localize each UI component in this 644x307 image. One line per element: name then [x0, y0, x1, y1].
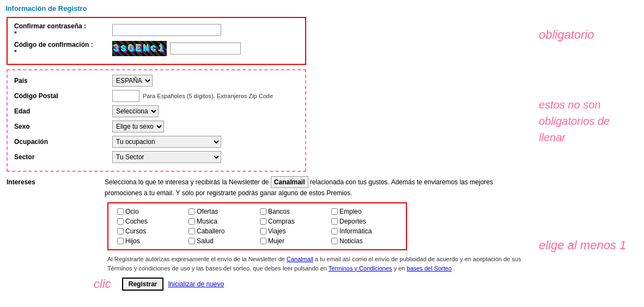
checkboxes-box: OcioOfertasBancosEmpleoCochesMusicaCompr…	[107, 202, 407, 250]
clic-area: Registrar Inicializar de nuevo	[122, 278, 224, 291]
checkbox-item: Viajes	[260, 227, 326, 235]
sorteo-link[interactable]: bases del Sorteo	[407, 265, 452, 272]
age-row: Edad Selecciona	[14, 105, 299, 117]
annotations-col: obligatorio estos no son obligatorios de…	[528, 17, 637, 291]
reset-button[interactable]: Inicializar de nuevo	[168, 280, 224, 288]
interest-checkbox-caballero[interactable]	[189, 228, 195, 234]
intereses-description: Selecciona lo que te interesa y recibirá…	[105, 176, 527, 198]
checkbox-item: Empleo	[331, 208, 397, 215]
optional-fields-box: País ESPAÑA Otro Código Postal	[7, 69, 306, 172]
interest-checkbox-ocio[interactable]	[117, 208, 124, 215]
confirm-password-input[interactable]	[112, 24, 221, 36]
checkbox-item: Ocio	[117, 208, 183, 215]
interest-checkbox-hijos[interactable]	[117, 238, 124, 244]
sex-label: Sexo	[14, 123, 112, 130]
register-button[interactable]: Registrar	[122, 278, 164, 291]
interest-checkbox-bancos[interactable]	[260, 208, 266, 215]
interest-label: Viajes	[268, 227, 285, 235]
interest-label: Coches	[125, 218, 148, 225]
occupation-row: Ocupación Tu ocupacion	[14, 136, 299, 148]
checkbox-item: Compras	[260, 218, 326, 225]
canalmail-legal-link[interactable]: Canalmail	[287, 256, 313, 262]
sector-value: Tu Sector	[112, 151, 299, 163]
country-row: País ESPAÑA Otro	[14, 75, 299, 87]
occupation-select[interactable]: Tu ocupacion	[112, 136, 221, 148]
interest-label: Empleo	[339, 208, 362, 215]
checkbox-item: Cursos	[117, 227, 183, 235]
postal-hint: Para Españoles (5 dígitos). Extranjeros …	[143, 93, 273, 99]
interest-label: Noticias	[339, 237, 363, 245]
sex-value: Elige tu sexo	[112, 121, 299, 133]
interest-label: Mujer	[268, 237, 284, 245]
postal-label: Código Postal	[14, 92, 112, 100]
interest-checkbox-mujer[interactable]	[260, 238, 266, 244]
captcha-row: Código de confirmación : * 3sGENci	[14, 41, 299, 56]
interest-label: Salud	[197, 237, 214, 245]
captcha-input[interactable]	[170, 43, 241, 55]
sector-select[interactable]: Tu Sector	[112, 151, 221, 163]
age-label: Edad	[14, 107, 112, 115]
confirm-password-label: Confirmar contraseña : *	[14, 22, 112, 38]
occupation-value: Tu ocupacion	[112, 136, 299, 148]
legal-text: Al Registrarte autorizas expresamente el…	[107, 255, 527, 273]
interest-label: Deportes	[339, 218, 366, 225]
sector-row: Sector Tu Sector	[14, 151, 299, 163]
sector-label: Sector	[14, 153, 112, 161]
checkbox-item: Salud	[189, 237, 254, 245]
checkbox-item: Musica	[189, 218, 254, 225]
confirm-password-asterisk: *	[14, 30, 17, 38]
interest-label: Caballero	[197, 227, 224, 235]
checkbox-item: Deportes	[331, 218, 397, 225]
captcha-image: 3sGENci	[112, 41, 167, 56]
confirm-password-row: Confirmar contraseña : *	[14, 22, 299, 38]
interest-label: Compras	[268, 218, 295, 225]
confirm-password-value	[112, 24, 299, 36]
age-value: Selecciona	[112, 105, 299, 117]
captcha-text: 3sGENci	[113, 43, 166, 54]
obligatorio-annotation: obligatorio	[539, 28, 637, 42]
interest-label: Informática	[339, 227, 372, 235]
age-select[interactable]: Selecciona	[112, 105, 159, 117]
checkbox-item: Coches	[117, 218, 183, 225]
checkbox-item: Hijos	[117, 237, 183, 245]
captcha-label: Código de confirmación : *	[14, 41, 112, 56]
intereses-label: Intereses	[7, 176, 105, 186]
postal-input[interactable]	[112, 90, 139, 102]
interest-checkbox-ofertas[interactable]	[189, 208, 195, 215]
interest-label: Ofertas	[197, 208, 218, 215]
interest-checkbox-musica[interactable]	[189, 218, 195, 225]
interest-label: Bancos	[268, 208, 290, 215]
terms-link[interactable]: Terminos y Condiciones	[329, 265, 392, 272]
country-label: País	[14, 77, 112, 85]
canalmail-badge[interactable]: Canalmail	[271, 176, 308, 188]
postal-row: Código Postal Para Españoles (5 dígitos)…	[14, 90, 299, 102]
country-select[interactable]: ESPAÑA Otro	[112, 75, 153, 87]
checkbox-item: Informática	[331, 227, 397, 235]
interest-label: Ocio	[125, 208, 139, 215]
interest-checkbox-empleo[interactable]	[331, 208, 338, 215]
interest-label: Hijos	[125, 237, 140, 245]
interest-checkbox-deportes[interactable]	[331, 218, 338, 225]
interest-checkbox-noticias[interactable]	[331, 238, 338, 244]
checkbox-item: Noticias	[331, 237, 397, 245]
clic-label: clic	[94, 277, 111, 291]
checkbox-item: Mujer	[260, 237, 326, 245]
page-title: Información de Registro	[5, 4, 639, 13]
elige-annotation: elige al menos 1	[539, 238, 637, 252]
country-value: ESPAÑA Otro	[112, 75, 299, 87]
intereses-row: Intereses Selecciona lo que te interesa …	[7, 176, 527, 198]
checkbox-item: Caballero	[189, 227, 254, 235]
checkbox-item: Ofertas	[189, 208, 254, 215]
required-fields-box: Confirmar contraseña : * Código de confi…	[7, 17, 306, 65]
interest-checkbox-salud[interactable]	[189, 238, 195, 244]
interest-checkbox-cursos[interactable]	[117, 228, 124, 234]
captcha-asterisk: *	[14, 49, 17, 56]
interest-checkbox-viajes[interactable]	[260, 228, 266, 234]
interest-checkbox-coches[interactable]	[117, 218, 124, 225]
bottom-row: clic Registrar Inicializar de nuevo	[94, 277, 527, 291]
interest-checkbox-informática[interactable]	[331, 228, 338, 234]
postal-value: Para Españoles (5 dígitos). Extranjeros …	[112, 90, 299, 102]
sex-select[interactable]: Elige tu sexo	[112, 121, 164, 133]
interest-checkbox-compras[interactable]	[260, 218, 266, 225]
captcha-value: 3sGENci	[112, 41, 299, 56]
